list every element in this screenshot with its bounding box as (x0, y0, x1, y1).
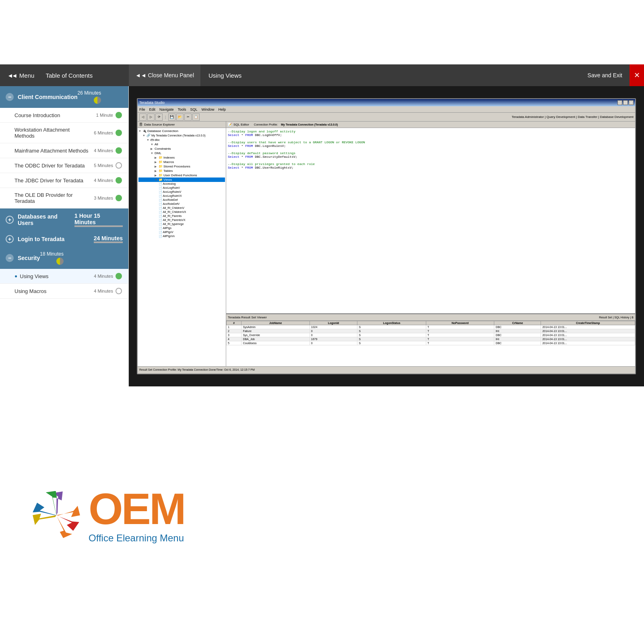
tree-item: 📄 All_RI_ParentsVX (138, 218, 225, 222)
menu-edit: Edit (149, 107, 156, 111)
oem-letters: OEM (89, 487, 185, 531)
section-meta: 1 Hour 15 Minutes (74, 213, 123, 227)
sim-minimize: _ (617, 100, 622, 105)
menu-file: File (139, 107, 145, 111)
sql-line: Select * FROM DBC.LogonRulesV; (228, 144, 634, 148)
sql-editor-title: SQL Editor (233, 123, 249, 126)
toolbar-btn-1: ◁ (139, 114, 147, 121)
lesson-using-macros[interactable]: Using Macros 4 Minutes (0, 284, 128, 299)
section-duration: 24 Minutes (94, 235, 123, 242)
section-duration: 26 Minutes (78, 90, 101, 96)
close-menu-label: ◄ Close Menu Panel (141, 72, 194, 78)
sim-menu-bar: File Edit Navigate Tools SQL Window Help (138, 106, 635, 113)
sql-editor-icon: 📝 (228, 123, 232, 126)
lesson-name: The OLE DB Provider for Teradata (14, 192, 91, 204)
section-databases-users[interactable]: + Databases and Users 1 Hour 15 Minutes (0, 208, 128, 231)
expand-icon: + (6, 235, 14, 243)
lesson-status-dot (116, 162, 122, 169)
section-duration: 18 Minutes (40, 251, 64, 257)
sim-title-bar: Teradata Studio _ □ × (138, 99, 635, 106)
lesson-odbc[interactable]: The ODBC Driver for Teradata 5 Minutes (0, 158, 128, 173)
lesson-name: Course Introduction (14, 112, 93, 118)
expand-icon: + (6, 216, 14, 224)
content-area: Teradata Studio _ □ × File Edit Navigate… (129, 86, 644, 386)
sim-results-tab: Teradata Result Set Viewer Result Set | … (226, 314, 635, 321)
section-label: Security (18, 255, 40, 261)
header-right: Save and Exit ✕ (580, 64, 644, 86)
menu-navigate: Navigate (159, 107, 174, 111)
close-x-button[interactable]: ✕ (630, 64, 644, 86)
sql-line: --Display logon and logoff activity (228, 130, 634, 133)
tree-item: 📄 All_RI_Parents (138, 214, 225, 218)
lesson-using-views[interactable]: ● Using Views 4 Minutes (0, 269, 128, 284)
sql-line: Select * FROM DBC.LogOnOffV; (228, 133, 634, 137)
tree-item: 📄 AccLogRuleVX (138, 194, 225, 198)
tree-item: ▶ 📁 User Defined Functions (138, 173, 225, 178)
col-header: # (227, 321, 242, 325)
sim-body: 🗄 Data Source Explorer ▼ 🔌 Database Conn… (138, 122, 635, 366)
close-menu-arrow-icon: ◄ (135, 72, 141, 78)
oem-subtitle: Office Elearning Menu (89, 533, 185, 544)
sim-close: × (629, 100, 634, 105)
section-label: Login to Teradata (18, 236, 64, 242)
sim-results: Teradata Result Set Viewer Result Set | … (226, 314, 635, 366)
header-center: ◄ ◄ Close Menu Panel Using Views (129, 64, 580, 86)
menu-button[interactable]: ◄ ◄ Menu (0, 64, 41, 86)
status-text: Result Set Connection Profile: My Terada… (139, 368, 255, 371)
lesson-oledb[interactable]: The OLE DB Provider for Teradata 3 Minut… (0, 188, 128, 208)
toc-label: Table of Contents (41, 72, 97, 79)
tree-item: 📄 AccRoleDefV (138, 202, 225, 206)
toolbar-btn-5: 📂 (176, 114, 184, 121)
section-meta: 18 Minutes (40, 251, 64, 265)
col-header: NoPassword (426, 321, 494, 325)
lesson-status-dot (116, 130, 122, 136)
lesson-mainframe[interactable]: Mainframe Attachment Methods 4 Minutes (0, 143, 128, 158)
lesson-course-intro[interactable]: Course Introduction 1 Minute (0, 108, 128, 123)
toolbar-btn-4: 💾 (168, 114, 175, 121)
lesson-status-dot (116, 273, 122, 279)
menu-sql: SQL (190, 107, 198, 111)
tree-item: 📄 AccLogRuleV (138, 186, 225, 190)
oem-text-container: OEM Office Elearning Menu (89, 487, 185, 544)
table-row: 5 Couldisess 0 S T DBC 2014-04-13 13:01.… (227, 341, 635, 345)
menu-window: Window (202, 107, 215, 111)
section-client-communication[interactable]: − Client Communication 26 Minutes (0, 86, 128, 108)
section-status-dot (74, 225, 123, 227)
save-exit-button[interactable]: Save and Exit (580, 64, 630, 86)
playing-icon: ● (14, 273, 17, 279)
section-login[interactable]: + Login to Teradata 24 Minutes (0, 231, 128, 247)
toolbar-btn-6: ✂ (184, 114, 192, 121)
results-meta: Result Set | SQL History | B (599, 316, 634, 319)
results-table: # JobName LogonId LogonStatus NoPassword… (226, 321, 635, 345)
sim-tree: ▼ 🔌 Database Connection ▼ 🔗 My Teradata … (138, 128, 226, 366)
tree-item: ▼ DML (138, 151, 225, 155)
table-row: 3 Sys_Override 0 S T DBC 2014-04-13 13:0… (227, 333, 635, 337)
tree-item: ▶ 📁 Indexes (138, 155, 225, 160)
tree-item: 📄 AllPlgsV (138, 230, 225, 234)
connection-name: My Teradata Connection (Teradata v13.0.0… (281, 123, 338, 126)
panel-title: Data Source Explorer (144, 123, 175, 126)
tree-item: 📄 AccLogRulesV (138, 190, 225, 194)
lesson-duration: 4 Minutes (94, 178, 113, 183)
oem-pinwheel-logo (32, 491, 80, 539)
lesson-jdbc[interactable]: The JDBC Driver for Teradata 4 Minutes (0, 173, 128, 188)
tree-item: ▼ 🔗 My Teradata Connection (Teradata v13… (138, 133, 225, 138)
lesson-status-dot (116, 112, 122, 118)
lesson-workstation[interactable]: Workstation Attachment Methods 6 Minutes (0, 123, 128, 143)
col-header: LogonId (310, 321, 357, 325)
menu-tools: Tools (178, 107, 186, 111)
sim-sql-editor: --Display logon and logoff activity Sele… (226, 128, 635, 314)
tree-item: ▶ 📁 Stored Procedures (138, 164, 225, 169)
section-duration: 1 Hour 15 Minutes (74, 213, 100, 225)
screenshot-simulation: Teradata Studio _ □ × File Edit Navigate… (137, 98, 636, 374)
lesson-duration: 4 Minutes (94, 289, 113, 293)
toolbar-btn-7: 📋 (192, 114, 200, 121)
sql-line: --Display users that have were subject t… (228, 140, 634, 144)
lesson-duration: 4 Minutes (94, 148, 113, 153)
sim-maximize: □ (623, 100, 628, 105)
section-security[interactable]: − Security 18 Minutes (0, 247, 128, 269)
lesson-duration: 4 Minutes (94, 274, 113, 279)
close-menu-button[interactable]: ◄ ◄ Close Menu Panel (129, 64, 200, 86)
sim-results-body: # JobName LogonId LogonStatus NoPassword… (226, 321, 635, 366)
main-content: − Client Communication 26 Minutes Course… (0, 86, 644, 386)
